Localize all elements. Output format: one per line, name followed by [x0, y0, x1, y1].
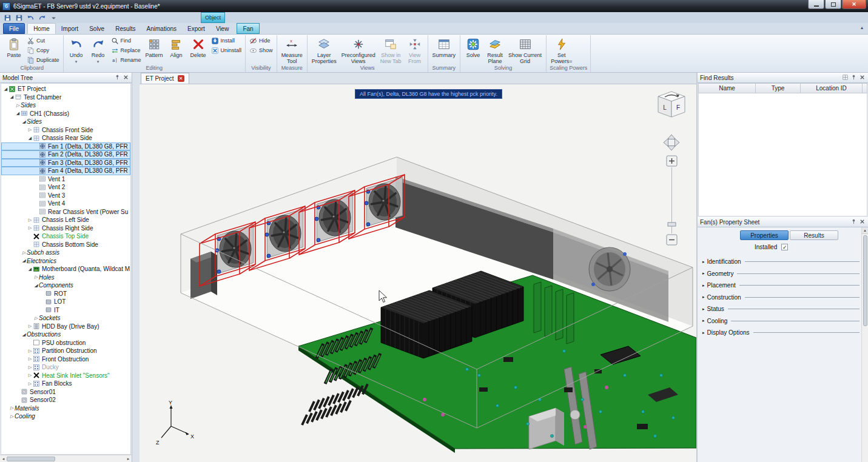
rename-button[interactable]: aRename — [109, 55, 143, 65]
tree-item[interactable]: PSU obstruction — [1, 339, 130, 347]
tab-results[interactable]: Results — [110, 23, 141, 34]
tab-home[interactable]: Home — [27, 23, 56, 34]
save-button[interactable] — [2, 13, 13, 22]
show-current-grid-button[interactable]: Show CurrentGrid — [506, 35, 544, 64]
property-section-display-options[interactable]: ▸Display Options — [702, 327, 860, 339]
align-button[interactable]: Align — [166, 35, 187, 58]
tree-item[interactable]: Sensor01 — [1, 388, 130, 397]
tree-item[interactable]: ◢Motherboard (Quanta, Wildcat M — [1, 265, 130, 273]
expander-icon[interactable]: ▷ — [15, 103, 21, 108]
tab-import[interactable]: Import — [56, 23, 84, 34]
scrollbar-thumb[interactable] — [863, 235, 867, 326]
tree-item[interactable]: Vent 3 — [1, 192, 130, 200]
tree-item[interactable]: IT — [1, 306, 130, 315]
tree-item[interactable]: ▷Front Obstruction — [1, 355, 130, 364]
viewport-tab[interactable]: ET Project ✕ — [141, 73, 189, 84]
undo-button[interactable]: Undo ▾ — [66, 35, 87, 64]
grid-view-icon[interactable] — [842, 74, 849, 82]
tab-export[interactable]: Export — [182, 23, 210, 34]
tab-view[interactable]: View — [210, 23, 235, 34]
tree-item[interactable]: Fan 3 (Delta, DL380 G8, PFR — [1, 159, 130, 167]
expander-icon[interactable]: ◢ — [27, 267, 33, 272]
expander-icon[interactable]: ◢ — [15, 111, 21, 116]
set-powers-button[interactable]: SetPowers= — [548, 35, 574, 64]
redo-button[interactable]: Redo ▾ — [87, 35, 109, 64]
measure-tool-button[interactable]: xMeasureTool — [279, 35, 305, 64]
expander-icon[interactable]: ▷ — [27, 373, 33, 378]
scroll-right-icon[interactable]: ▸ — [125, 457, 132, 461]
property-section-identification[interactable]: ▸Identification — [702, 256, 860, 268]
tree-item[interactable]: ▷Subch assis — [1, 249, 130, 257]
tree-item[interactable]: ▷Holes — [1, 273, 130, 282]
column-header-type[interactable]: Type — [756, 83, 801, 93]
property-section-status[interactable]: ▸Status — [702, 303, 860, 315]
pin-icon[interactable] — [850, 74, 857, 82]
layer-properties-button[interactable]: LayerProperties — [309, 35, 339, 64]
expander-icon[interactable]: ▷ — [27, 365, 33, 370]
undo-button[interactable] — [25, 13, 36, 22]
expander-icon[interactable]: ▷ — [27, 324, 33, 329]
expander-icon[interactable]: ◢ — [21, 119, 27, 124]
tree-item[interactable]: ▷Heat Sink Inlet "Sensors" — [1, 372, 130, 380]
panel-close-icon[interactable] — [123, 74, 129, 82]
tab-close-icon[interactable]: ✕ — [178, 75, 184, 82]
view-cube[interactable]: L F — [658, 92, 685, 117]
tree-item[interactable]: ▷Chassis Front Side — [1, 126, 130, 135]
property-tab-results[interactable]: Results — [790, 230, 838, 240]
3d-scene[interactable]: L F Y X Z — [140, 84, 696, 462]
tree-item[interactable]: ◢Electronics — [1, 257, 130, 266]
copy-button[interactable]: Copy — [25, 45, 61, 55]
expander-icon[interactable]: ▷ — [27, 218, 33, 223]
find-results-list[interactable] — [698, 93, 867, 216]
expander-icon[interactable]: ▷ — [27, 127, 33, 132]
cut-button[interactable]: Cut — [25, 36, 61, 45]
pin-icon[interactable] — [114, 74, 121, 82]
qat-menu-caret-button[interactable] — [49, 13, 59, 22]
installed-checkbox[interactable]: ✓ — [781, 244, 788, 250]
expander-icon[interactable]: ◢ — [33, 283, 39, 288]
expander-icon[interactable]: ▷ — [27, 226, 33, 230]
panel-close-icon[interactable] — [859, 74, 866, 82]
expander-icon[interactable]: ▷ — [27, 381, 33, 386]
tree-item[interactable]: ROT — [1, 290, 130, 298]
column-header-location-id[interactable]: Location ID — [801, 83, 863, 93]
tree-item[interactable]: Sensor02 — [1, 396, 130, 404]
tree-item[interactable]: ▷Partition Obstruction — [1, 347, 130, 355]
tab-animations[interactable]: Animations — [141, 23, 182, 34]
scroll-left-icon[interactable]: ◂ — [0, 457, 7, 461]
ribbon-minimize-caret[interactable]: ▴ — [861, 25, 863, 30]
scrollbar-thumb[interactable] — [7, 457, 55, 461]
property-sheet-scrollbar[interactable]: ▲ — [861, 227, 868, 462]
tree-item[interactable]: Fan 2 (Delta, DL380 G8, PFR — [1, 150, 130, 159]
tree-item[interactable]: Vent 2 — [1, 183, 130, 192]
tab-file[interactable]: File — [3, 23, 25, 34]
panel-close-icon[interactable] — [859, 218, 866, 226]
tree-item[interactable]: ◢Chassis Rear Side — [1, 134, 130, 142]
tree-item[interactable]: ▷Chassis Left Side — [1, 216, 130, 224]
property-section-cooling[interactable]: ▸Cooling — [702, 315, 860, 327]
expander-icon[interactable]: ▷ — [21, 250, 27, 255]
expander-icon[interactable]: ▷ — [33, 316, 39, 321]
summary-button[interactable]: Summary — [430, 35, 459, 58]
expander-icon[interactable]: ◢ — [3, 87, 8, 92]
property-section-geometry[interactable]: ▸Geometry — [702, 268, 860, 280]
tree-item[interactable]: ◢Obstructions — [1, 330, 130, 339]
pattern-button[interactable]: Pattern — [143, 35, 166, 58]
result-plane-button[interactable]: ResultPlane — [484, 35, 506, 64]
tree-item[interactable]: Fan 4 (Delta, DL380 G8, PFR — [1, 167, 130, 175]
tree-item[interactable]: ◢Test Chamber — [1, 93, 130, 102]
expander-icon[interactable]: ◢ — [21, 332, 27, 337]
tree-item[interactable]: ◢ET Project — [1, 85, 130, 93]
paste-button[interactable]: Paste — [3, 35, 25, 58]
tree-item[interactable]: ▷Ducky — [1, 363, 130, 372]
tree-item[interactable]: ▷HDD Bay (Drive Bay) — [1, 323, 130, 331]
tab-solve[interactable]: Solve — [84, 23, 110, 34]
solve-button[interactable]: Solve — [462, 35, 484, 58]
tree-item[interactable]: ▷Sides — [1, 101, 130, 110]
column-header-name[interactable]: Name — [698, 83, 756, 93]
preconfigured-views-button[interactable]: PreconfiguredViews — [339, 35, 378, 64]
scroll-up-icon[interactable]: ▲ — [862, 227, 868, 234]
pin-icon[interactable] — [850, 218, 857, 226]
tree-item[interactable]: Vent 1 — [1, 175, 130, 184]
property-section-construction[interactable]: ▸Construction — [702, 292, 860, 304]
